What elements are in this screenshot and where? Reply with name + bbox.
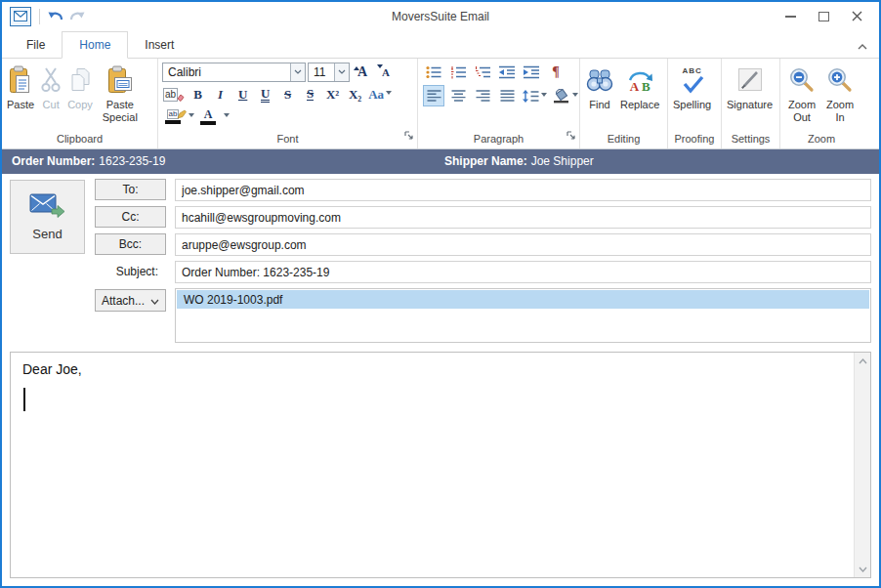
multilevel-list-button[interactable]: [472, 62, 493, 83]
line-spacing-button[interactable]: [521, 85, 548, 106]
italic-glyph: I: [218, 87, 223, 103]
ribbon-group-proofing: ABC Spelling Proofing: [668, 59, 722, 148]
ribbon-group-settings: Signature Settings: [722, 59, 780, 148]
maximize-button[interactable]: [807, 2, 840, 31]
tab-insert[interactable]: Insert: [128, 32, 190, 58]
superscript-button[interactable]: X²: [322, 84, 343, 105]
message-body-editor[interactable]: Dear Joe,: [10, 352, 871, 578]
paragraph-marks-button[interactable]: ¶: [545, 62, 566, 83]
double-underline-button[interactable]: U: [255, 84, 275, 105]
pilcrow-glyph: ¶: [552, 64, 560, 80]
grow-font-button[interactable]: A: [352, 62, 373, 82]
font-color-dropdown[interactable]: [221, 106, 231, 127]
justify-button[interactable]: [496, 85, 518, 106]
collapse-ribbon-button[interactable]: [854, 37, 871, 53]
tab-file[interactable]: File: [10, 32, 62, 58]
double-underline-glyph: U: [261, 87, 270, 103]
tab-home[interactable]: Home: [62, 31, 128, 59]
increase-indent-button[interactable]: [521, 62, 542, 83]
font-size-dropdown-icon[interactable]: [334, 63, 349, 81]
cc-button[interactable]: Cc:: [95, 206, 166, 228]
underline-button[interactable]: U: [232, 84, 253, 105]
text-highlight-button[interactable]: ab: [162, 106, 184, 127]
font-family-combobox[interactable]: Calibri: [162, 63, 306, 82]
ribbon-tab-row: File Home Insert: [2, 31, 879, 59]
paste-special-button[interactable]: Paste Special: [96, 61, 145, 123]
attachment-item-selected[interactable]: WO 2019-1003.pdf: [177, 290, 869, 309]
app-menu-button[interactable]: [10, 7, 31, 26]
signature-button[interactable]: Signature: [724, 61, 776, 111]
align-center-icon: [451, 90, 466, 102]
order-info-bar: Order Number:1623-235-19 Shipper Name:Jo…: [2, 149, 879, 174]
send-button[interactable]: Send: [10, 180, 85, 254]
align-center-button[interactable]: [447, 85, 469, 106]
subscript-button[interactable]: X₂: [345, 84, 365, 105]
change-case-button[interactable]: Aa: [367, 84, 393, 105]
replace-button[interactable]: A B Replace: [617, 61, 662, 111]
scroll-down-button[interactable]: [855, 561, 871, 577]
text-highlight-dropdown[interactable]: [186, 106, 195, 127]
strikethrough-button[interactable]: S: [277, 84, 298, 105]
align-left-button[interactable]: [423, 85, 444, 106]
minimize-button[interactable]: [774, 2, 807, 31]
bullets-button[interactable]: [423, 62, 444, 83]
bcc-input[interactable]: [175, 233, 871, 256]
ribbon: Paste Cut Copy: [2, 59, 879, 149]
spelling-button[interactable]: ABC Spelling: [670, 61, 714, 111]
align-right-button[interactable]: [472, 85, 493, 106]
binoculars-icon: [585, 63, 614, 97]
close-button[interactable]: [840, 2, 873, 31]
clear-formatting-button[interactable]: ab: [162, 84, 186, 105]
zoom-in-button[interactable]: Zoom In: [821, 61, 859, 123]
paragraph-dialog-launcher[interactable]: [566, 127, 576, 145]
signature-pen-icon: [735, 63, 765, 97]
scroll-up-button[interactable]: [855, 353, 871, 369]
title-bar: MoversSuite Email: [2, 2, 879, 31]
increase-indent-icon: [523, 65, 540, 79]
italic-button[interactable]: I: [210, 84, 231, 105]
vertical-scrollbar[interactable]: [854, 353, 870, 577]
font-color-button[interactable]: A: [197, 106, 219, 127]
signature-label: Signature: [727, 99, 773, 111]
paste-icon: [9, 63, 32, 97]
copy-button[interactable]: Copy: [64, 61, 96, 111]
grow-font-arrow-icon: [354, 63, 359, 70]
shading-dropdown-icon: [572, 93, 578, 100]
cc-input[interactable]: [175, 206, 871, 229]
replace-label: Replace: [620, 99, 659, 111]
subject-input[interactable]: [175, 261, 871, 283]
shipper-name-value: Joe Shipper: [531, 154, 594, 168]
find-button[interactable]: Find: [582, 61, 617, 111]
clipboard-group-label: Clipboard: [4, 132, 155, 148]
ribbon-group-paragraph: ¶: [418, 59, 580, 148]
subscript-glyph: X₂: [349, 87, 361, 103]
double-strikethrough-button[interactable]: S: [300, 84, 320, 105]
chevron-up-icon: [858, 36, 867, 54]
bold-button[interactable]: B: [188, 84, 208, 105]
redo-button[interactable]: [66, 7, 88, 26]
chevron-down-icon: [859, 567, 867, 572]
to-label: To:: [122, 183, 138, 196]
paste-button[interactable]: Paste: [4, 61, 37, 111]
decrease-indent-icon: [498, 65, 516, 79]
zoom-out-label: Zoom Out: [785, 99, 818, 123]
replace-icon: A B: [626, 63, 653, 97]
attachment-list[interactable]: WO 2019-1003.pdf: [175, 288, 871, 343]
line-spacing-icon: [523, 90, 539, 103]
font-family-dropdown-icon[interactable]: [290, 63, 305, 81]
decrease-indent-button[interactable]: [496, 62, 518, 83]
shrink-font-button[interactable]: A: [375, 62, 397, 82]
to-button[interactable]: To:: [95, 179, 166, 200]
numbering-button[interactable]: [447, 62, 469, 83]
zoom-out-button[interactable]: Zoom Out: [782, 61, 821, 123]
cut-button[interactable]: Cut: [37, 61, 64, 111]
font-size-combobox[interactable]: 11: [308, 63, 350, 82]
font-dialog-launcher[interactable]: [404, 127, 414, 145]
to-input[interactable]: [175, 179, 871, 201]
undo-button[interactable]: [45, 7, 66, 26]
attach-button[interactable]: Attach...: [95, 289, 166, 312]
window-controls: [774, 2, 873, 31]
shading-button[interactable]: [551, 85, 580, 106]
attach-label: Attach...: [102, 294, 145, 308]
bcc-button[interactable]: Bcc:: [95, 233, 166, 255]
